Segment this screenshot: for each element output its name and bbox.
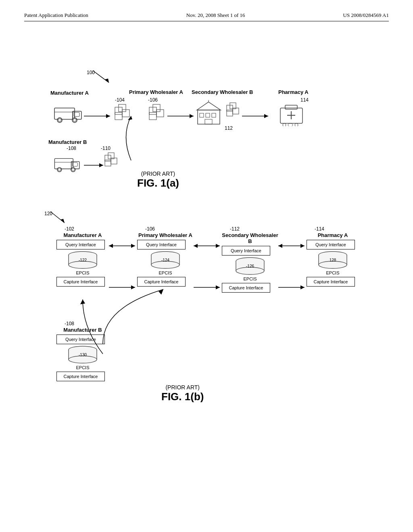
svg-marker-22 — [190, 114, 194, 118]
arrow-112-to-pharmacy — [242, 112, 274, 120]
fig1a-prior-art-label: (PRIOR ART) — [137, 170, 179, 177]
svg-point-51 — [72, 168, 75, 171]
entity-block-secondary-wholesaler-b: -112 Secondary Wholesaler B Query Interf… — [222, 225, 278, 293]
arrow-qi-secondary-to-pharmacy — [278, 243, 309, 251]
svg-marker-12 — [106, 114, 110, 118]
ci-secondary-wholesaler-b: Capture Interface — [222, 283, 270, 293]
ref-112-b: -112 — [230, 226, 240, 232]
icon-truck-a — [52, 100, 85, 124]
divider-space — [24, 199, 389, 207]
label-manufacturer-a: Manufacturer A — [50, 90, 89, 96]
arrow-mfr-b-ci-to-mfr-a-ci — [79, 287, 111, 360]
svg-marker-58 — [128, 116, 132, 120]
db-secondary-wholesaler-b: -126 — [234, 257, 266, 275]
svg-rect-2 — [54, 108, 75, 119]
svg-point-41 — [288, 123, 293, 126]
ref-108-b: -108 — [65, 321, 74, 326]
icon-truck-b — [52, 151, 83, 173]
svg-marker-87 — [131, 244, 135, 248]
arrow-qi-mfr-a-to-primary — [109, 243, 139, 251]
icon-boxes-112 — [226, 101, 242, 117]
svg-text:-124: -124 — [161, 258, 169, 262]
db-primary-wholesaler-a: -124 — [149, 251, 181, 269]
ref-110: -110 — [101, 145, 111, 151]
title-pharmacy-a-b: Pharmacy A — [307, 232, 359, 238]
fig1b-caption: (PRIOR ART) FIG. 1(b) — [161, 384, 204, 403]
entity-block-pharmacy-a: -114 Pharmacy A Query Interface 128 EPCI… — [307, 225, 359, 287]
svg-rect-25 — [200, 113, 204, 117]
svg-line-0 — [93, 71, 109, 83]
label-pharmacy-a: Pharmacy A — [278, 89, 309, 95]
title-secondary-wholesaler-b-b: Secondary Wholesaler B — [222, 232, 278, 244]
ref-112: 112 — [225, 125, 233, 131]
db-pharmacy-a: 128 — [317, 251, 349, 269]
ref-114-b: -114 — [315, 226, 324, 232]
svg-marker-1 — [105, 79, 109, 83]
ref-106-b: -106 — [145, 226, 155, 232]
qi-pharmacy-a: Query Interface — [307, 240, 355, 249]
svg-text:-122: -122 — [79, 258, 87, 262]
svg-point-42 — [295, 123, 298, 126]
arrow-100 — [93, 71, 117, 87]
svg-marker-24 — [197, 102, 221, 110]
icon-pharmacy-114 — [276, 100, 309, 126]
header-left: Patent Application Publication — [24, 12, 88, 19]
svg-point-50 — [58, 168, 61, 171]
icon-building-112 — [194, 100, 226, 128]
label-manufacturer-b: Manufacturer B — [48, 139, 87, 145]
page-header: Patent Application Publication Nov. 20, … — [24, 12, 389, 21]
title-mfr-a-b: Manufacturer A — [56, 232, 109, 238]
svg-marker-86 — [109, 244, 113, 248]
svg-marker-97 — [216, 285, 220, 289]
qi-mfr-a: Query Interface — [56, 240, 105, 249]
svg-marker-53 — [99, 163, 103, 167]
header-center: Nov. 20, 2008 Sheet 1 of 16 — [186, 12, 245, 19]
db-mfr-a: -122 — [67, 251, 99, 269]
svg-rect-32 — [227, 110, 233, 116]
svg-marker-35 — [264, 114, 268, 118]
svg-marker-107 — [80, 299, 85, 304]
svg-rect-28 — [205, 119, 212, 124]
fig1b-title: FIG. 1(b) — [161, 391, 204, 403]
svg-point-9 — [58, 118, 61, 122]
svg-marker-93 — [300, 244, 305, 248]
svg-rect-56 — [105, 160, 111, 166]
fig1b-prior-art-label: (PRIOR ART) — [161, 384, 204, 391]
svg-marker-92 — [278, 244, 282, 248]
ref-102-b: -102 — [65, 226, 74, 232]
fig1a-title: FIG. 1(a) — [137, 177, 179, 189]
ci-pharmacy-a: Capture Interface — [307, 277, 355, 287]
svg-rect-27 — [212, 113, 216, 117]
svg-marker-89 — [194, 244, 198, 248]
qi-secondary-wholesaler-b: Query Interface — [222, 246, 270, 256]
svg-rect-43 — [54, 158, 73, 169]
arrow-ci-secondary-to-pharmacy — [278, 283, 309, 291]
db-label-mfr-b: EPCIS — [56, 365, 109, 370]
label-primary-wholesaler-a: Primary Wholesaler A — [129, 89, 183, 95]
svg-point-10 — [73, 118, 76, 122]
svg-text:128: 128 — [330, 258, 336, 262]
label-secondary-wholesaler-b: Secondary Wholesaler B — [192, 89, 253, 95]
arrow-120 — [50, 212, 71, 226]
svg-point-40 — [283, 123, 286, 126]
svg-text:-126: -126 — [246, 264, 254, 268]
figure-1b: 120 -102 Manufacturer A Query Interface … — [24, 207, 389, 432]
svg-marker-90 — [216, 244, 220, 248]
arrow-ci-primary-to-secondary — [194, 283, 224, 291]
ci-mfr-b: Capture Interface — [56, 372, 105, 381]
qi-primary-wholesaler-a: Query Interface — [137, 240, 186, 249]
page: Patent Application Publication Nov. 20, … — [0, 0, 413, 532]
arrow-qi-primary-to-secondary — [194, 243, 224, 251]
db-label-pharmacy-a: EPCIS — [307, 270, 359, 275]
header-right: US 2008/0284569 A1 — [343, 12, 389, 19]
svg-rect-26 — [206, 113, 210, 117]
svg-marker-99 — [300, 285, 305, 289]
db-label-secondary-wholesaler-b: EPCIS — [222, 276, 278, 281]
arrow-mfr-b-curved — [119, 112, 155, 164]
fig1a-caption: (PRIOR ART) FIG. 1(a) — [137, 170, 179, 189]
title-primary-wholesaler-a-b: Primary Wholesaler A — [137, 232, 194, 238]
ref-108: -108 — [67, 145, 76, 151]
svg-marker-60 — [60, 219, 65, 223]
arrow-mfr-a-to-box — [84, 112, 116, 120]
figure-1a: 100 Manufacturer A -1 — [24, 37, 389, 191]
